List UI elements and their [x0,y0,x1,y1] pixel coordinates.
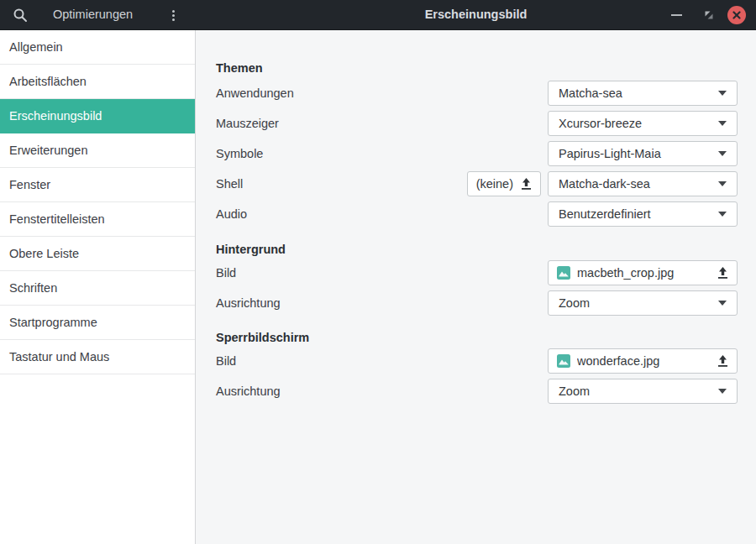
sidebar-item-label: Startprogramme [9,316,97,329]
sound-theme-select[interactable]: Benutzerdefiniert [548,201,738,227]
row-label: Anwendungen [216,86,294,100]
section-heading-themen: Themen [216,60,738,76]
image-icon [557,354,570,368]
row-label: Mauszeiger [216,117,279,130]
chevron-down-icon [718,389,727,394]
icon-theme-select[interactable]: Papirus-Light-Maia [548,141,738,166]
chevron-down-icon [718,91,727,96]
row-label: Ausrichtung [216,384,281,398]
file-name: macbeth_crop.jpg [577,266,674,280]
select-value: Zoom [559,384,590,398]
shell-theme-file-button[interactable]: (keine) [467,171,541,196]
lockscreen-image-button[interactable]: wonderface.jpg [548,348,738,374]
select-value: Matcha-dark-sea [559,177,650,191]
upload-icon [717,355,728,367]
sidebar-item-erscheinungsbild[interactable]: Erscheinungsbild [0,99,195,133]
image-icon [557,266,570,280]
minimize-icon[interactable] [671,14,682,16]
upload-icon [717,267,728,279]
background-image-button[interactable]: macbeth_crop.jpg [548,260,738,285]
sidebar-item-tastatur-und-maus[interactable]: Tastatur und Maus [0,340,195,374]
tweaks-window: Optimierungen Erscheinungsbild Allgemein… [0,0,756,544]
chevron-down-icon [718,212,727,217]
sidebar-item-startprogramme[interactable]: Startprogramme [0,306,195,340]
sidebar-item-label: Tastatur und Maus [9,350,109,364]
kebab-menu-icon[interactable] [167,7,179,24]
app-label: Optimierungen [53,0,133,29]
row-label: Audio [216,207,247,221]
row-sperrbildschirm-bild: Bild wonderface.jpg [216,348,738,374]
sidebar-item-label: Fenstertitelleisten [9,212,105,226]
row-label: Symbole [216,147,263,160]
sidebar-item-label: Obere Leiste [9,247,79,260]
restore-icon[interactable] [704,10,714,20]
section-heading-sperrbildschirm: Sperrbildschirm [216,330,738,345]
section-heading-hintergrund: Hintergrund [216,242,738,257]
chevron-down-icon [718,181,727,186]
shell-theme-select[interactable]: Matcha-dark-sea [548,171,738,196]
sidebar-item-label: Erscheinungsbild [9,109,102,123]
row-shell: Shell (keine) Matcha-dark-sea [216,171,738,196]
row-label: Shell [216,177,243,191]
select-value: Benutzerdefiniert [559,207,651,221]
row-anwendungen: Anwendungen Matcha-sea [216,81,738,106]
appearance-page: Themen Anwendungen Matcha-sea Mauszeiger… [197,30,756,544]
sidebar-item-label: Erweiterungen [9,144,88,157]
background-adjustment-select[interactable]: Zoom [548,290,738,316]
sidebar-item-arbeitsflaechen[interactable]: Arbeitsflächen [0,65,195,99]
sidebar-item-obere-leiste[interactable]: Obere Leiste [0,237,195,271]
row-mauszeiger: Mauszeiger Xcursor-breeze [216,111,738,136]
file-name: wonderface.jpg [577,354,659,368]
chevron-down-icon [718,301,727,306]
select-value: Zoom [559,296,590,310]
row-label: Bild [216,266,236,280]
row-label: Bild [216,354,236,368]
sidebar-item-label: Schriften [9,281,57,295]
file-none-value: (keine) [476,177,513,191]
row-label: Ausrichtung [216,296,281,310]
select-value: Matcha-sea [559,86,622,100]
upload-icon [521,178,532,190]
sidebar-item-label: Arbeitsflächen [9,75,87,88]
sidebar-item-fenstertitelleisten[interactable]: Fenstertitelleisten [0,202,195,237]
sidebar-item-fenster[interactable]: Fenster [0,168,195,202]
chevron-down-icon [718,151,727,156]
search-icon[interactable] [13,8,28,23]
row-sperrbildschirm-ausrichtung: Ausrichtung Zoom [216,379,738,404]
applications-theme-select[interactable]: Matcha-sea [548,81,738,106]
close-icon[interactable] [727,6,746,24]
row-hintergrund-ausrichtung: Ausrichtung Zoom [216,290,738,316]
close-x-glyph [732,11,741,19]
lockscreen-adjustment-select[interactable]: Zoom [548,379,738,404]
headerbar: Optimierungen Erscheinungsbild [0,0,756,30]
chevron-down-icon [718,121,727,126]
sidebar-item-schriften[interactable]: Schriften [0,271,195,306]
row-hintergrund-bild: Bild macbeth_crop.jpg [216,260,738,285]
row-symbole: Symbole Papirus-Light-Maia [216,141,738,166]
sidebar-item-allgemein[interactable]: Allgemein [0,30,195,65]
sidebar-item-label: Allgemein [9,40,63,54]
select-value: Papirus-Light-Maia [559,147,661,160]
sidebar-item-erweiterungen[interactable]: Erweiterungen [0,133,195,168]
row-audio: Audio Benutzerdefiniert [216,201,738,227]
cursor-theme-select[interactable]: Xcursor-breeze [548,111,738,136]
sidebar: Allgemein Arbeitsflächen Erscheinungsbil… [0,30,196,544]
sidebar-item-label: Fenster [9,178,50,191]
select-value: Xcursor-breeze [559,117,642,130]
